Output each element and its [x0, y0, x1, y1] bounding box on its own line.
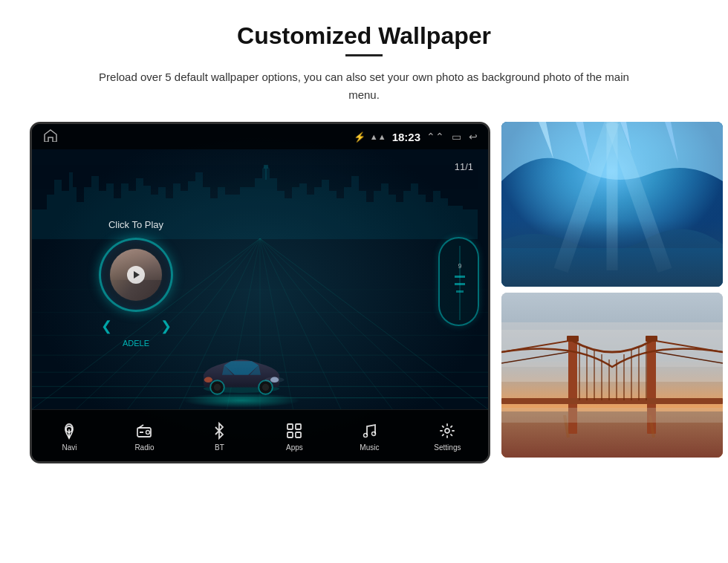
play-button[interactable]	[127, 266, 145, 284]
page-title: Customized Wallpaper	[30, 22, 698, 50]
svg-point-28	[265, 377, 285, 383]
music-player: Click To Play ❮ ❯ ADELE	[39, 157, 233, 409]
title-divider	[345, 54, 383, 56]
music-label: Music	[360, 443, 379, 452]
nav-item-apps[interactable]: Apps	[284, 420, 305, 452]
bluetooth-icon	[209, 420, 230, 441]
svg-rect-30	[455, 276, 465, 278]
apps-label: Apps	[286, 443, 303, 452]
car-screen: ⚡ ▲▲ 18:23 ⌃⌃ ▭ ↩ Click To Play	[30, 122, 490, 463]
player-controls: ❮ ❯	[77, 318, 195, 334]
status-right: ⚡ ▲▲ 18:23 ⌃⌃ ▭ ↩	[354, 131, 478, 143]
artist-name: ADELE	[123, 339, 149, 348]
nav-item-settings[interactable]: Settings	[434, 420, 461, 452]
back-icon[interactable]: ↩	[469, 131, 478, 143]
wallpaper-thumbnails	[501, 122, 723, 463]
play-triangle-icon	[134, 271, 140, 279]
time-display: 18:23	[392, 131, 420, 143]
nav-item-music[interactable]: Music	[359, 420, 380, 452]
album-art	[110, 249, 162, 301]
svg-rect-47	[501, 248, 723, 287]
home-icon[interactable]	[42, 128, 59, 142]
svg-rect-2	[265, 169, 267, 180]
settings-icon	[437, 420, 458, 441]
svg-rect-58	[646, 336, 657, 342]
svg-rect-39	[287, 424, 293, 429]
wallpaper-thumb-bridge[interactable]	[501, 293, 723, 458]
apps-icon	[284, 420, 305, 441]
page-container: Customized Wallpaper Preload over 5 defa…	[0, 0, 728, 478]
svg-rect-1	[264, 165, 268, 169]
music-icon	[359, 420, 380, 441]
svg-rect-31	[455, 283, 465, 285]
svg-rect-59	[501, 398, 723, 404]
svg-point-45	[445, 429, 449, 433]
svg-rect-41	[287, 432, 293, 437]
svg-rect-76	[501, 408, 723, 423]
radio-icon	[134, 420, 155, 441]
nav-item-bt[interactable]: BT	[209, 420, 230, 452]
next-button[interactable]: ❯	[160, 318, 172, 334]
signal-icon: ▲▲	[370, 132, 386, 141]
svg-point-27	[262, 384, 269, 391]
svg-point-43	[364, 433, 368, 437]
home-button-area	[42, 128, 59, 145]
svg-rect-40	[296, 424, 301, 429]
album-ring[interactable]	[99, 238, 173, 312]
app-switch-icon[interactable]: ▭	[452, 131, 461, 143]
svg-rect-35	[137, 428, 151, 437]
svg-point-44	[372, 432, 376, 435]
bluetooth-status-icon: ⚡	[354, 131, 365, 143]
click-to-play-label[interactable]: Click To Play	[108, 219, 163, 230]
svg-rect-32	[456, 290, 464, 293]
navi-label: Navi	[62, 443, 77, 452]
gauge-ring: 9	[438, 237, 479, 326]
svg-rect-42	[296, 432, 301, 437]
navi-icon	[59, 420, 79, 441]
nav-item-radio[interactable]: Radio	[134, 420, 155, 452]
svg-text:9: 9	[458, 262, 461, 270]
expand-icon[interactable]: ⌃⌃	[426, 131, 444, 143]
status-bar: ⚡ ▲▲ 18:23 ⌃⌃ ▭ ↩	[32, 124, 488, 149]
status-icons: ⚡ ▲▲	[354, 131, 386, 143]
bt-label: BT	[215, 443, 224, 452]
album-outer-ring	[99, 238, 173, 312]
radio-label: Radio	[134, 443, 154, 452]
settings-label: Settings	[434, 443, 461, 452]
nav-icons: ⌃⌃ ▭ ↩	[426, 131, 478, 143]
page-description: Preload over 5 default wallpaper options…	[85, 68, 643, 104]
svg-rect-57	[567, 336, 579, 342]
nav-item-navi[interactable]: Navi	[59, 420, 79, 452]
prev-button[interactable]: ❮	[101, 318, 112, 334]
svg-point-36	[146, 430, 150, 434]
right-gauge: 9	[436, 154, 481, 409]
bottom-nav: Navi Radio	[32, 409, 488, 461]
wallpaper-thumb-ice[interactable]	[501, 122, 723, 287]
main-content: ⚡ ▲▲ 18:23 ⌃⌃ ▭ ↩ Click To Play	[30, 122, 698, 463]
